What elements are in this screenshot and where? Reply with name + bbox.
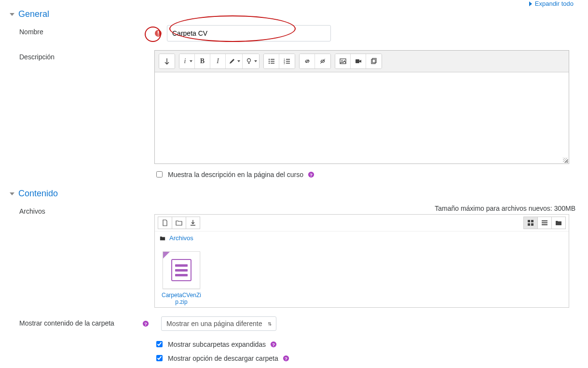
- section-general-header[interactable]: General: [10, 9, 578, 19]
- editor-toolbar: i B I: [155, 51, 569, 72]
- editor-files-button[interactable]: [366, 54, 382, 68]
- file-icon: [162, 219, 168, 226]
- folder-solid-icon: [160, 235, 165, 241]
- svg-rect-15: [286, 63, 290, 64]
- editor-unlink-button[interactable]: [315, 54, 330, 68]
- chevron-down-icon: [10, 13, 14, 16]
- fm-add-file-button[interactable]: [158, 217, 172, 229]
- descripcion-label: Descripción: [10, 50, 154, 61]
- editor-highlight-button[interactable]: [226, 54, 243, 68]
- subcarpetas-label: Mostrar subcarpetas expandidas: [168, 341, 266, 348]
- nombre-label: Nombre: [10, 25, 154, 36]
- editor-more-button[interactable]: [243, 54, 259, 68]
- svg-rect-11: [286, 59, 290, 60]
- chevron-right-icon: [528, 1, 533, 6]
- expand-all-label: Expandir todo: [535, 0, 574, 7]
- svg-rect-19: [356, 59, 359, 63]
- svg-text:3: 3: [284, 62, 285, 65]
- image-icon: [340, 58, 346, 65]
- help-icon[interactable]: ?: [282, 354, 290, 362]
- folder-icon: [176, 219, 182, 226]
- section-contenido-header[interactable]: Contenido: [10, 189, 578, 199]
- svg-rect-9: [271, 63, 274, 64]
- description-textarea[interactable]: [155, 72, 569, 164]
- fm-breadcrumb-root[interactable]: Archivos: [169, 234, 193, 242]
- fm-create-folder-button[interactable]: [172, 217, 186, 229]
- editor-image-button[interactable]: [335, 54, 351, 68]
- folder-solid-icon: [555, 219, 562, 226]
- svg-rect-29: [542, 222, 547, 223]
- section-contenido-title: Contenido: [18, 189, 58, 199]
- unlink-icon: [319, 58, 326, 65]
- download-icon: [190, 219, 196, 226]
- list-icon: [541, 219, 548, 226]
- required-icon: [154, 29, 162, 37]
- svg-text:?: ?: [272, 341, 275, 347]
- svg-text:?: ?: [310, 172, 313, 177]
- video-icon: [355, 58, 362, 65]
- description-editor: i B I: [154, 50, 569, 164]
- file-item[interactable]: CarpetaCVenZip.zip: [160, 251, 203, 306]
- svg-rect-2: [158, 35, 159, 36]
- svg-point-18: [341, 60, 342, 61]
- help-icon[interactable]: ?: [142, 320, 150, 327]
- descargar-label: Mostrar opción de descargar carpeta: [168, 354, 278, 362]
- editor-ol-button[interactable]: 123: [279, 54, 295, 68]
- files-icon: [370, 58, 377, 65]
- chevron-down-icon: [10, 192, 14, 195]
- archivos-label: Archivos: [10, 204, 154, 215]
- editor-link-button[interactable]: [300, 54, 315, 68]
- show-description-checkbox[interactable]: [156, 171, 163, 177]
- help-icon[interactable]: ?: [307, 171, 315, 178]
- show-description-row[interactable]: Muestra la descripción en la página del …: [154, 170, 578, 179]
- svg-rect-26: [528, 223, 530, 226]
- svg-text:?: ?: [285, 355, 287, 361]
- section-general-title: General: [18, 9, 49, 19]
- show-description-label: Muestra la descripción en la página del …: [168, 171, 303, 178]
- file-manager: Archivos CarpetaCVenZip.zip: [154, 214, 569, 308]
- max-size-text: Tamaño máximo para archivos nuevos: 300M…: [154, 204, 578, 212]
- svg-rect-13: [286, 61, 290, 62]
- svg-rect-21: [372, 58, 376, 63]
- editor-ul-button[interactable]: [264, 54, 279, 68]
- lightbulb-icon: [246, 58, 252, 65]
- expand-all-link[interactable]: Expandir todo: [528, 0, 574, 7]
- svg-rect-25: [531, 220, 533, 222]
- editor-expand-button[interactable]: [159, 54, 175, 68]
- file-thumb-zip: [163, 251, 200, 289]
- help-icon[interactable]: ?: [270, 341, 277, 348]
- svg-point-3: [247, 59, 251, 62]
- svg-point-8: [268, 63, 269, 64]
- fm-view-icons-button[interactable]: [523, 217, 538, 229]
- mostrar-contenido-select[interactable]: Mostrar en una página diferente: [161, 316, 276, 331]
- editor-video-button[interactable]: [351, 54, 366, 68]
- subcarpetas-checkbox[interactable]: [156, 341, 163, 347]
- list-ul-icon: [268, 58, 275, 65]
- grid-icon: [527, 219, 534, 226]
- svg-text:?: ?: [144, 321, 147, 327]
- editor-bold-button[interactable]: B: [195, 54, 210, 68]
- editor-italic-button[interactable]: I: [210, 54, 226, 68]
- editor-paragraph-button[interactable]: i: [179, 54, 195, 68]
- link-icon: [304, 58, 311, 65]
- section-general: General Nombre Descripción: [10, 9, 578, 179]
- subcarpetas-row[interactable]: Mostrar subcarpetas expandidas ?: [154, 340, 578, 349]
- descargar-row[interactable]: Mostrar opción de descargar carpeta ?: [154, 354, 578, 363]
- fm-view-list-button[interactable]: [537, 217, 552, 229]
- svg-rect-28: [542, 220, 547, 221]
- svg-point-6: [268, 61, 269, 62]
- file-name: CarpetaCVenZip.zip: [160, 292, 203, 306]
- fm-download-button[interactable]: [186, 217, 200, 229]
- svg-rect-20: [371, 59, 375, 64]
- svg-rect-27: [531, 223, 533, 226]
- section-contenido: Contenido Archivos Tamaño máximo para ar…: [10, 189, 578, 363]
- svg-rect-1: [158, 31, 159, 34]
- descargar-checkbox[interactable]: [156, 355, 163, 361]
- list-ol-icon: 123: [284, 58, 290, 65]
- svg-rect-7: [271, 61, 274, 62]
- svg-rect-5: [271, 59, 274, 60]
- fm-view-tree-button[interactable]: [551, 217, 566, 229]
- brush-icon: [229, 58, 235, 65]
- svg-rect-24: [528, 220, 530, 222]
- nombre-input[interactable]: [167, 25, 331, 41]
